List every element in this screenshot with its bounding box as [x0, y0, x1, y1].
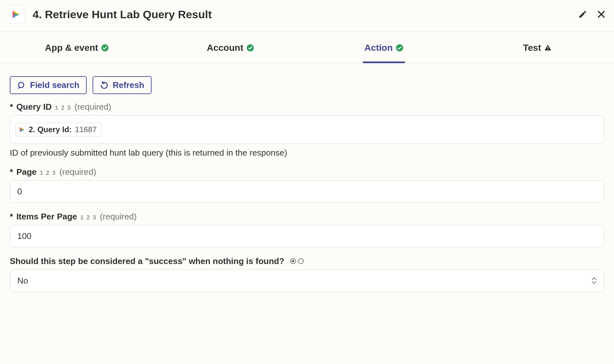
page-input[interactable]: 0	[10, 180, 604, 203]
chevron-down-icon	[591, 281, 597, 284]
action-form: * Query ID 1 2 3 (required) 2. Query Id:…	[0, 102, 614, 292]
button-label: Field search	[30, 80, 80, 90]
query-id-input[interactable]: 2. Query Id: 11687	[10, 115, 604, 144]
label-text: Items Per Page	[16, 212, 77, 222]
type-hint: 1 2 3	[55, 105, 71, 111]
field-query-id: * Query ID 1 2 3 (required) 2. Query Id:…	[10, 102, 604, 158]
field-label: * Query ID 1 2 3 (required)	[10, 102, 604, 112]
pill-value: 11687	[75, 125, 97, 134]
field-label: Should this step be considered a "succes…	[10, 256, 604, 266]
refresh-button[interactable]: Refresh	[93, 76, 152, 94]
type-hint: 1 2 3	[80, 214, 97, 221]
chevron-up-icon	[591, 277, 597, 280]
field-items-per-page: * Items Per Page 1 2 3 (required) 100	[10, 212, 604, 247]
required-hint: (required)	[100, 212, 137, 222]
label-text: Page	[16, 167, 37, 177]
field-search-button[interactable]: Field search	[10, 76, 87, 94]
required-hint: (required)	[59, 167, 96, 177]
field-label: * Items Per Page 1 2 3 (required)	[10, 212, 604, 222]
check-icon	[247, 44, 254, 51]
check-icon	[396, 44, 403, 51]
field-help: ID of previously submitted hunt lab quer…	[10, 148, 604, 158]
tab-label: Action	[364, 43, 393, 53]
label-text: Should this step be considered a "succes…	[10, 256, 284, 266]
app-logo	[7, 5, 25, 23]
field-success-when-empty: Should this step be considered a "succes…	[10, 256, 604, 292]
close-button[interactable]	[596, 9, 606, 19]
pencil-icon	[578, 10, 587, 19]
refresh-icon	[100, 81, 109, 90]
field-label: * Page 1 2 3 (required)	[10, 167, 604, 177]
tab-action[interactable]: Action	[307, 32, 460, 63]
step-title: 4. Retrieve Hunt Lab Query Result	[33, 8, 578, 21]
required-asterisk: *	[10, 167, 13, 177]
required-asterisk: *	[10, 102, 13, 112]
warning-icon	[544, 44, 551, 51]
tab-label: Test	[523, 43, 541, 53]
button-label: Refresh	[113, 80, 144, 90]
check-icon	[101, 44, 109, 51]
type-hint: 1 2 3	[40, 170, 56, 176]
tab-account[interactable]: Account	[154, 32, 307, 63]
input-value: 0	[17, 187, 22, 197]
tabs: App & event Account Action Test	[0, 32, 614, 63]
tab-label: App & event	[45, 43, 98, 53]
search-icon	[17, 81, 26, 90]
label-text: Query ID	[16, 102, 51, 112]
tab-label: Account	[207, 43, 243, 53]
items-per-page-input[interactable]: 100	[10, 225, 604, 247]
select-caret-icon	[591, 277, 597, 284]
svg-point-8	[19, 82, 24, 87]
close-icon	[596, 9, 606, 19]
tab-test[interactable]: Test	[460, 32, 614, 63]
radio-on-icon	[290, 258, 296, 264]
app-logo-icon	[18, 126, 25, 133]
select-value: No	[17, 276, 28, 286]
boolean-type-hint	[290, 258, 304, 264]
required-asterisk: *	[10, 212, 13, 222]
field-page: * Page 1 2 3 (required) 0	[10, 167, 604, 203]
mapped-value-pill[interactable]: 2. Query Id: 11687	[15, 123, 102, 136]
pill-label: 2. Query Id:	[29, 125, 72, 134]
success-select[interactable]: No	[10, 270, 604, 292]
required-hint: (required)	[75, 102, 111, 112]
input-value: 100	[17, 231, 31, 241]
rename-button[interactable]	[578, 10, 587, 19]
tab-app-event[interactable]: App & event	[0, 32, 154, 63]
radio-off-icon	[298, 258, 304, 264]
step-header: 4. Retrieve Hunt Lab Query Result	[0, 0, 614, 32]
toolbar: Field search Refresh	[0, 63, 614, 102]
app-logo-icon	[10, 9, 21, 20]
svg-line-9	[19, 87, 20, 88]
